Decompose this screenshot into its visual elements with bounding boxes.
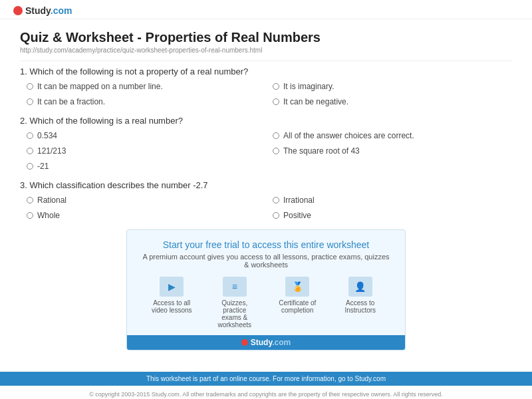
paywall-logo-circle: [241, 339, 248, 346]
option-q2-a[interactable]: 0.534: [27, 130, 266, 142]
paywall-banner: Start your free trial to access this ent…: [126, 229, 406, 350]
radio-q2-e[interactable]: [27, 163, 33, 170]
paywall-title: Start your free trial to access this ent…: [140, 239, 392, 250]
radio-q3-d[interactable]: [273, 212, 279, 219]
option-q1-c[interactable]: It is imaginary.: [273, 80, 512, 92]
logo-icon: [13, 6, 23, 15]
main-content: Quiz & Worksheet - Properties of Real Nu…: [0, 19, 532, 350]
footer-bar-text: This worksheet is part of an online cour…: [146, 375, 386, 382]
option-q3-c[interactable]: Irrational: [273, 194, 512, 206]
paywall-icon-video: ▶ Access to allvideo lessons: [148, 277, 195, 329]
option-q3-a[interactable]: Rational: [27, 194, 266, 206]
option-q2-c[interactable]: All of the answer choices are correct.: [273, 130, 512, 142]
instructor-icon: 👤: [348, 277, 372, 297]
radio-q1-b[interactable]: [27, 98, 33, 105]
radio-q3-a[interactable]: [27, 197, 33, 203]
paywall-icon-quiz-label: Quizzes, practiceexams & worksheets: [211, 299, 258, 329]
question-1: 1. Which of the following is not a prope…: [20, 66, 512, 108]
footer-copy: © copyright 2003-2015 Study.com. All oth…: [0, 391, 532, 398]
radio-q1-a[interactable]: [27, 83, 33, 90]
footer-copy-text: © copyright 2003-2015 Study.com. All oth…: [89, 391, 392, 398]
option-q3-b[interactable]: Whole: [27, 209, 266, 221]
radio-q2-a[interactable]: [27, 132, 33, 139]
question-2-options: 0.534 121/213 -21 All of the answer choi…: [20, 130, 512, 172]
paywall-logo-bar: Study.com: [127, 335, 405, 350]
paywall-icon-instructor-label: Access toInstructors: [344, 299, 376, 314]
radio-q1-c[interactable]: [273, 83, 279, 90]
radio-q1-d[interactable]: [273, 98, 279, 105]
option-q2-e[interactable]: -21: [27, 160, 266, 172]
paywall-icon-video-label: Access to allvideo lessons: [152, 299, 192, 314]
question-1-text: 1. Which of the following is not a prope…: [20, 66, 512, 76]
option-q1-b[interactable]: It can be a fraction.: [27, 96, 266, 108]
question-3-options-right: Irrational Positive: [266, 194, 512, 221]
radio-q2-d[interactable]: [273, 148, 279, 154]
quiz-icon: ≡: [223, 277, 247, 297]
radio-q2-b[interactable]: [27, 148, 33, 154]
option-q2-b[interactable]: 121/213: [27, 145, 266, 157]
video-icon: ▶: [160, 277, 184, 297]
radio-q3-c[interactable]: [273, 197, 279, 203]
page-title: Quiz & Worksheet - Properties of Real Nu…: [20, 30, 512, 45]
paywall-icon-instructor: 👤 Access toInstructors: [337, 277, 384, 329]
option-q3-d[interactable]: Positive: [273, 209, 512, 221]
page-url: http://study.com/academy/practice/quiz-w…: [20, 47, 512, 54]
paywall-icon-quiz: ≡ Quizzes, practiceexams & worksheets: [211, 277, 258, 329]
radio-q3-b[interactable]: [27, 212, 33, 219]
question-2-options-right: All of the answer choices are correct. T…: [266, 130, 512, 172]
paywall-logo-text: Study.com: [251, 338, 291, 347]
footer-copy-text2: All rights reserved.: [393, 391, 443, 398]
page: Study.com Quiz & Worksheet - Properties …: [0, 0, 532, 399]
question-3-options: Rational Whole Irrational Positive: [20, 194, 512, 221]
question-2: 2. Which of the following is a real numb…: [20, 116, 512, 172]
paywall-icons: ▶ Access to allvideo lessons ≡ Quizzes, …: [140, 277, 392, 329]
question-3-options-left: Rational Whole: [20, 194, 266, 221]
cert-icon: 🏅: [285, 277, 309, 297]
question-2-options-left: 0.534 121/213 -21: [20, 130, 266, 172]
question-1-options: It can be mapped on a number line. It ca…: [20, 80, 512, 108]
radio-q2-c[interactable]: [273, 132, 279, 139]
question-3-text: 3. Which classification describes the nu…: [20, 180, 512, 190]
question-2-text: 2. Which of the following is a real numb…: [20, 116, 512, 126]
footer-bar: This worksheet is part of an online cour…: [0, 372, 532, 386]
option-q1-a[interactable]: It can be mapped on a number line.: [27, 80, 266, 92]
option-q1-d[interactable]: It can be negative.: [273, 96, 512, 108]
paywall-icon-cert: 🏅 Certificate ofcompletion: [274, 277, 321, 329]
question-1-options-right: It is imaginary. It can be negative.: [266, 80, 512, 108]
logo-text: Study.com: [25, 5, 72, 16]
paywall-subtitle: A premium account gives you access to al…: [140, 253, 392, 269]
question-1-options-left: It can be mapped on a number line. It ca…: [20, 80, 266, 108]
option-q2-d[interactable]: The square root of 43: [273, 145, 512, 157]
header: Study.com: [0, 0, 532, 19]
question-3: 3. Which classification describes the nu…: [20, 180, 512, 221]
paywall-icon-cert-label: Certificate ofcompletion: [279, 299, 316, 314]
